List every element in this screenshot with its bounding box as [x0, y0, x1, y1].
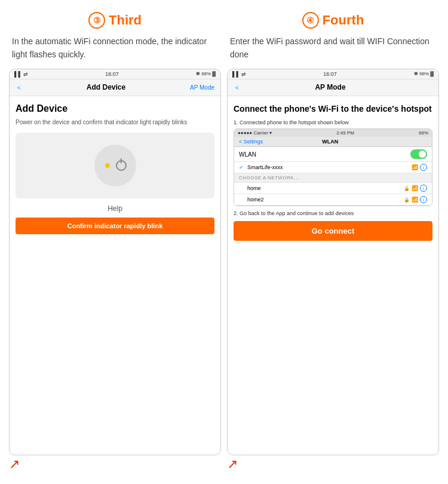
left-status-right: ✽ 68% ▓ — [196, 71, 216, 76]
left-nav-right[interactable]: AP Mode — [190, 84, 214, 91]
add-device-title: Add Device — [16, 103, 214, 114]
step4-number: ④ — [306, 16, 314, 25]
help-text: Help — [16, 204, 214, 213]
left-arrow-icon: ↗ — [9, 457, 20, 472]
smartlife-wifi-icon: 📶 — [412, 164, 418, 170]
wlan-time: 2:49 PM — [336, 130, 354, 136]
add-device-desc: Power on the device and confirm that ind… — [16, 118, 214, 127]
smartlife-network-name: SmartLife-xxxx — [247, 164, 409, 170]
step3-desc: In the automatic WiFi connection mode, t… — [9, 35, 221, 62]
left-phone-content: Add Device Power on the device and confi… — [10, 96, 220, 244]
ap-mode-connect-title: Connect the phone's Wi-Fi to the device'… — [234, 103, 432, 115]
right-status-left: ▌▌ ⇌ — [232, 71, 246, 77]
right-nav-title: AP Mode — [315, 83, 345, 91]
home-wifi-icon: 📶 — [412, 185, 418, 191]
checkmark-icon: ✓ — [239, 164, 245, 170]
left-status-bar: ▌▌ ⇌ 16:07 ✽ 68% ▓ — [10, 69, 220, 79]
right-battery-pct: 68% — [419, 71, 429, 76]
right-nav-bar: ＜ AP Mode — [228, 79, 438, 96]
right-nav-back[interactable]: ＜ — [234, 83, 240, 92]
smartlife-info-icon[interactable]: i — [420, 164, 427, 171]
step4-header: ④ Fourth — [302, 12, 364, 29]
right-status-right: ✽ 68% ▓ — [414, 71, 434, 76]
home2-info-icon[interactable]: i — [420, 196, 427, 203]
right-column: ④ Fourth Enter the WiFi password and wai… — [227, 12, 439, 472]
device-dot-indicator — [105, 163, 110, 168]
home-network-name: home — [247, 185, 401, 191]
home-info-icon[interactable]: i — [420, 185, 427, 192]
wlan-title: WLAN — [322, 139, 338, 145]
left-nav-back[interactable]: ＜ — [16, 83, 22, 92]
step4-circle: ④ — [302, 12, 319, 29]
left-status-time: 16:07 — [105, 71, 119, 77]
wifi-instruction-2: 2. Go back to the App and continue to ad… — [234, 210, 432, 218]
wifi-icon: ⇌ — [23, 71, 28, 77]
step4-title: Fourth — [323, 13, 364, 28]
wlan-label: WLAN — [239, 151, 256, 158]
right-status-bar: ▌▌ ⇌ 16:07 ✽ 68% ▓ — [228, 69, 438, 79]
bluetooth-icon: ✽ — [196, 71, 200, 76]
step3-title: Third — [109, 13, 142, 28]
choose-network-header: CHOOSE A NETWORK... — [234, 173, 432, 183]
step3-circle: ③ — [88, 12, 105, 29]
right-bluetooth-icon: ✽ — [414, 71, 418, 76]
left-column: ③ Third In the automatic WiFi connection… — [9, 12, 221, 472]
smartlife-network-row[interactable]: ✓ SmartLife-xxxx 📶 i — [234, 162, 432, 173]
right-phone-content: Connect the phone's Wi-Fi to the device'… — [228, 96, 438, 250]
device-image-area — [16, 133, 214, 198]
right-arrow-icon: ↗ — [227, 457, 238, 472]
wlan-toggle[interactable] — [410, 149, 427, 159]
left-status-left: ▌▌ ⇌ — [14, 71, 28, 77]
step4-desc: Enter the WiFi password and wait till WI… — [227, 35, 439, 62]
wlan-battery: 68% — [419, 130, 428, 136]
go-connect-button[interactable]: Go connect — [234, 221, 432, 241]
left-nav-title: Add Device — [87, 83, 125, 91]
step3-header: ③ Third — [88, 12, 142, 29]
left-arrow-row: ↗ — [9, 458, 20, 472]
right-battery-icon: ▓ — [430, 71, 434, 76]
step3-number: ③ — [93, 16, 101, 25]
device-power-icon — [116, 160, 127, 171]
home2-network-name: home2 — [247, 197, 401, 203]
right-signal-icon: ▌▌ — [232, 71, 240, 77]
battery-icon-left: ▓ — [212, 71, 216, 76]
home-lock-icon: 🔒 — [404, 186, 410, 191]
right-status-time: 16:07 — [323, 71, 337, 77]
wlan-nav-row: < Settings WLAN — [234, 137, 432, 147]
right-phone-mockup: ▌▌ ⇌ 16:07 ✽ 68% ▓ ＜ AP Mode Connect the… — [227, 69, 439, 455]
home2-network-row[interactable]: home2 🔒 📶 i — [234, 194, 432, 206]
battery-pct-left: 68% — [201, 71, 211, 76]
wlan-toggle-row: WLAN — [234, 147, 432, 162]
right-wifi-icon: ⇌ — [241, 71, 246, 77]
home2-wifi-icon: 📶 — [412, 197, 418, 203]
confirm-blink-button[interactable]: Confirm indicator rapidly blink — [16, 218, 214, 234]
wlan-panel: ●●●●● Carrier ▾ 2:49 PM 68% < Settings W… — [234, 128, 432, 206]
home-network-icons: 🔒 📶 i — [404, 185, 427, 192]
home2-lock-icon: 🔒 — [404, 197, 410, 203]
wlan-back-settings[interactable]: < Settings — [239, 139, 263, 145]
signal-icon: ▌▌ — [14, 71, 22, 77]
wifi-instruction-1: 1. Connected phone to the hotspot shown … — [234, 120, 432, 125]
right-arrow-row: ↗ — [227, 458, 238, 472]
home-network-row[interactable]: home 🔒 📶 i — [234, 183, 432, 194]
left-nav-bar: ＜ Add Device AP Mode — [10, 79, 220, 96]
wlan-carrier: ●●●●● Carrier ▾ — [238, 130, 272, 136]
home2-network-icons: 🔒 📶 i — [404, 196, 427, 203]
left-phone-mockup: ▌▌ ⇌ 16:07 ✽ 68% ▓ ＜ Add Device AP Mode … — [9, 69, 221, 455]
smartlife-network-icons: 📶 i — [412, 164, 427, 171]
device-icon — [94, 145, 136, 186]
